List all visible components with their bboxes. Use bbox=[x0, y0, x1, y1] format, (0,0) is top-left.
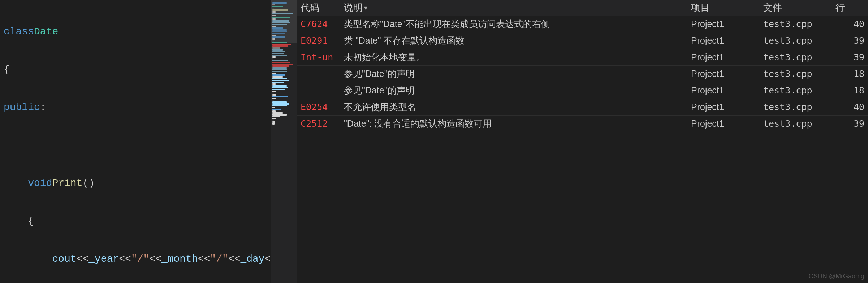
error-row[interactable]: E0291类 "Date" 不存在默认构造函数Project1test3.cpp… bbox=[297, 32, 868, 49]
error-project: Project1 bbox=[691, 69, 763, 79]
error-row[interactable]: E0254不允许使用类型名Project1test3.cpp40 bbox=[297, 99, 868, 116]
error-row[interactable]: C7624类型名称"Date"不能出现在类成员访问表达式的右侧Project1t… bbox=[297, 16, 868, 32]
error-project: Project1 bbox=[691, 19, 763, 29]
code-editor[interactable]: class Date { public: void Print() { cout… bbox=[0, 0, 271, 283]
error-code: C2512 bbox=[301, 118, 344, 129]
col-header-project: 项目 bbox=[691, 1, 763, 14]
errors-header: 代码 说明 ▾ 项目 文件 行 bbox=[297, 0, 868, 16]
watermark: CSDN @MrGaomg bbox=[809, 273, 864, 280]
error-line-number: 40 bbox=[835, 19, 864, 29]
code-line-4 bbox=[0, 139, 271, 152]
code-line-3: public: bbox=[0, 101, 271, 114]
error-project: Project1 bbox=[691, 102, 763, 112]
error-file: test3.cpp bbox=[763, 102, 835, 112]
error-line-number: 40 bbox=[835, 102, 864, 112]
error-code: C7624 bbox=[301, 19, 344, 29]
code-line-1: class Date bbox=[0, 25, 271, 38]
error-row[interactable]: C2512"Date": 没有合适的默认构造函数可用Project1test3.… bbox=[297, 116, 868, 132]
error-description: 类 "Date" 不存在默认构造函数 bbox=[344, 35, 691, 47]
error-row[interactable]: Int-un未初始化本地变量。Project1test3.cpp39 bbox=[297, 49, 868, 66]
code-line-5: void Print() bbox=[0, 177, 271, 190]
code-line-2: { bbox=[0, 63, 271, 76]
error-line-number: 39 bbox=[835, 35, 864, 46]
code-line-6: { bbox=[0, 215, 271, 227]
col-header-line: 行 bbox=[835, 1, 864, 14]
col-header-file: 文件 bbox=[763, 1, 835, 14]
errors-panel: 代码 说明 ▾ 项目 文件 行 C7624类型名称"Date"不能出现在类成员访… bbox=[297, 0, 868, 283]
error-description: 类型名称"Date"不能出现在类成员访问表达式的右侧 bbox=[344, 18, 691, 30]
error-project: Project1 bbox=[691, 52, 763, 62]
error-project: Project1 bbox=[691, 85, 763, 96]
col-header-desc[interactable]: 说明 ▾ bbox=[344, 1, 691, 14]
error-file: test3.cpp bbox=[763, 19, 835, 29]
error-description: "Date": 没有合适的默认构造函数可用 bbox=[344, 118, 691, 130]
error-line-number: 39 bbox=[835, 52, 864, 62]
error-description: 不允许使用类型名 bbox=[344, 101, 691, 113]
error-row[interactable]: 参见"Date"的声明Project1test3.cpp18 bbox=[297, 82, 868, 99]
error-line-number: 18 bbox=[835, 85, 864, 96]
error-file: test3.cpp bbox=[763, 118, 835, 129]
error-code: E0254 bbox=[301, 102, 344, 112]
errors-list[interactable]: C7624类型名称"Date"不能出现在类成员访问表达式的右侧Project1t… bbox=[297, 16, 868, 283]
error-line-number: 39 bbox=[835, 118, 864, 129]
sort-chevron: ▾ bbox=[364, 4, 367, 12]
minimap[interactable] bbox=[271, 0, 297, 283]
error-project: Project1 bbox=[691, 35, 763, 46]
error-code: E0291 bbox=[301, 35, 344, 46]
code-content: class Date { public: void Print() { cout… bbox=[0, 0, 271, 283]
error-row[interactable]: 参见"Date"的声明Project1test3.cpp18 bbox=[297, 66, 868, 82]
error-file: test3.cpp bbox=[763, 85, 835, 96]
error-description: 参见"Date"的声明 bbox=[344, 68, 691, 80]
error-description: 参见"Date"的声明 bbox=[344, 84, 691, 96]
error-description: 未初始化本地变量。 bbox=[344, 51, 691, 63]
error-file: test3.cpp bbox=[763, 35, 835, 46]
code-line-7: cout << _year << "/" << _month << "/" <<… bbox=[0, 253, 271, 265]
error-project: Project1 bbox=[691, 118, 763, 129]
col-header-code: 代码 bbox=[301, 1, 344, 14]
error-file: test3.cpp bbox=[763, 52, 835, 62]
error-line-number: 18 bbox=[835, 69, 864, 79]
error-file: test3.cpp bbox=[763, 69, 835, 79]
error-code: Int-un bbox=[301, 52, 344, 62]
